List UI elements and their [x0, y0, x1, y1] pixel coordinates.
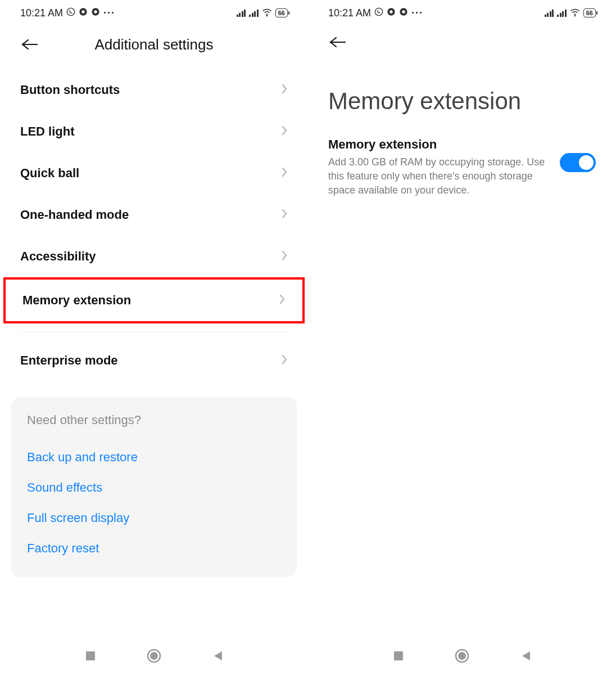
svg-point-13 [402, 10, 405, 13]
svg-point-4 [94, 10, 97, 13]
toggle-knob [579, 155, 594, 170]
svg-rect-6 [86, 651, 95, 660]
setting-label: Button shortcuts [20, 83, 120, 97]
wifi-icon [262, 7, 272, 19]
header: Additional settings [0, 26, 308, 69]
svg-point-17 [458, 652, 466, 660]
setting-enterprise-mode[interactable]: Enterprise mode [11, 340, 297, 381]
memory-extension-toggle[interactable] [560, 153, 596, 172]
setting-label: Enterprise mode [20, 353, 118, 368]
more-icon: ··· [103, 7, 115, 19]
signal-icon-2 [249, 9, 259, 17]
more-icon: ··· [411, 7, 423, 19]
status-bar: 10:21 AM ··· 66 [0, 0, 308, 26]
setting-label: Accessibility [20, 249, 96, 264]
setting-memory-extension[interactable]: Memory extension [6, 280, 302, 321]
divider [20, 331, 288, 332]
memory-extension-title: Memory extension [328, 137, 549, 152]
signal-icon [237, 9, 246, 17]
whatsapp-icon [374, 7, 383, 19]
whatsapp-icon [66, 7, 75, 19]
setting-quick-ball[interactable]: Quick ball [11, 152, 297, 194]
memory-extension-description: Add 3.00 GB of RAM by occupying storage.… [328, 155, 549, 198]
signal-icon-2 [557, 9, 567, 17]
status-right: 66 [237, 7, 288, 19]
suggestion-link-backup[interactable]: Back up and restore [27, 442, 281, 472]
battery-level: 66 [278, 10, 285, 16]
nav-bar [308, 639, 616, 675]
battery-icon: 66 [275, 8, 288, 17]
svg-point-11 [389, 10, 392, 13]
chrome-icon-2 [91, 7, 100, 19]
svg-rect-15 [394, 651, 403, 660]
chrome-icon-2 [399, 7, 408, 19]
settings-list: Button shortcuts LED light Quick ball On… [0, 69, 308, 381]
chevron-right-icon [281, 354, 288, 367]
memory-extension-text: Memory extension Add 3.00 GB of RAM by o… [328, 137, 549, 198]
chevron-right-icon [281, 125, 288, 138]
setting-label: Memory extension [22, 293, 131, 308]
chevron-right-icon [281, 208, 288, 222]
status-time: 10:21 AM [20, 7, 63, 19]
nav-back-button[interactable] [520, 650, 532, 664]
signal-icon [545, 9, 554, 17]
svg-point-9 [375, 8, 382, 15]
suggestion-link-fullscreen[interactable]: Full screen display [27, 503, 281, 533]
status-left: 10:21 AM ··· [20, 7, 115, 19]
status-bar: 10:21 AM ··· 66 [308, 0, 616, 26]
phone-right: 10:21 AM ··· 66 Memory extension [308, 0, 616, 675]
chevron-right-icon [281, 166, 288, 180]
svg-point-5 [266, 15, 268, 16]
header [308, 26, 616, 65]
nav-back-button[interactable] [212, 650, 224, 664]
nav-recents-button[interactable] [392, 650, 405, 664]
highlight-box: Memory extension [3, 277, 305, 323]
setting-label: Quick ball [20, 166, 79, 181]
phone-left: 10:21 AM ··· 66 Additional settings [0, 0, 308, 675]
status-left: 10:21 AM ··· [328, 7, 423, 19]
setting-accessibility[interactable]: Accessibility [11, 236, 297, 277]
nav-recents-button[interactable] [84, 650, 97, 664]
battery-icon: 66 [583, 8, 596, 17]
page-title: Memory extension [308, 65, 616, 137]
chevron-right-icon [281, 83, 288, 97]
svg-point-8 [150, 652, 158, 660]
chrome-icon [79, 7, 88, 19]
battery-level: 66 [586, 10, 593, 16]
setting-label: One-handed mode [20, 208, 129, 222]
suggestion-card: Need other settings? Back up and restore… [11, 397, 297, 577]
suggestion-link-factory-reset[interactable]: Factory reset [27, 533, 281, 564]
chrome-icon [387, 7, 396, 19]
setting-label: LED light [20, 124, 75, 139]
nav-bar [0, 639, 308, 675]
nav-home-button[interactable] [455, 649, 469, 665]
setting-led-light[interactable]: LED light [11, 111, 297, 152]
nav-home-button[interactable] [147, 649, 161, 665]
memory-extension-row: Memory extension Add 3.00 GB of RAM by o… [308, 137, 616, 198]
page-title: Additional settings [20, 36, 288, 53]
svg-point-2 [81, 10, 84, 13]
status-right: 66 [545, 7, 596, 19]
chevron-right-icon [281, 250, 288, 263]
status-time: 10:21 AM [328, 7, 371, 19]
wifi-icon [570, 7, 580, 19]
setting-button-shortcuts[interactable]: Button shortcuts [11, 69, 297, 111]
svg-point-14 [574, 15, 576, 16]
back-button[interactable] [328, 36, 347, 50]
setting-one-handed-mode[interactable]: One-handed mode [11, 194, 297, 236]
suggestion-title: Need other settings? [27, 413, 281, 428]
svg-point-0 [67, 8, 74, 15]
suggestion-link-sound[interactable]: Sound effects [27, 472, 281, 503]
chevron-right-icon [279, 294, 286, 307]
